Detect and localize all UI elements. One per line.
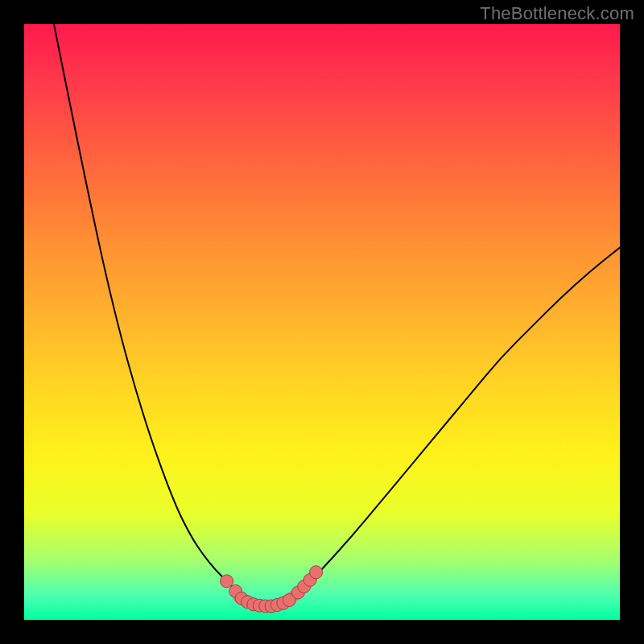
curve-right-branch xyxy=(292,248,620,597)
marker-point xyxy=(310,566,323,579)
curve-layer xyxy=(24,24,620,620)
chart-frame: TheBottleneck.com xyxy=(0,0,644,644)
marker-point xyxy=(221,575,233,588)
attribution-text: TheBottleneck.com xyxy=(480,3,634,24)
plot-area xyxy=(24,24,620,620)
curve-left-branch xyxy=(54,24,250,597)
